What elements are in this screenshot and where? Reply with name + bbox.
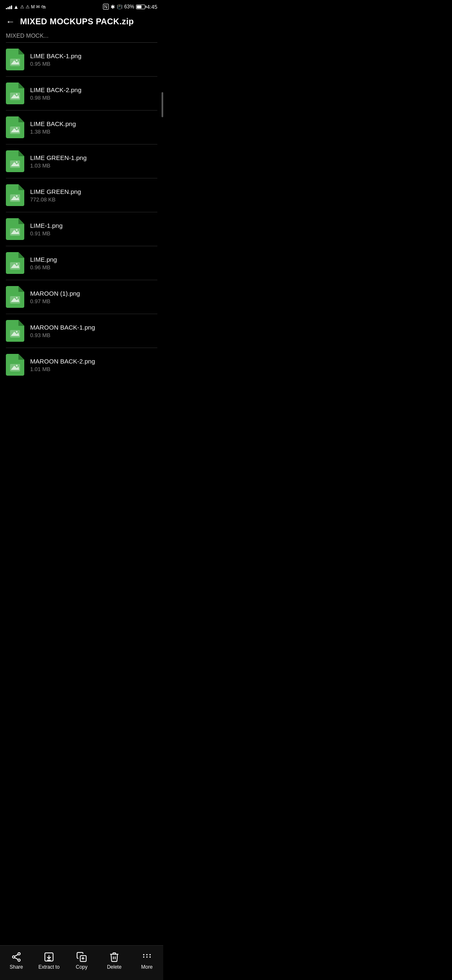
page-title: MIXED MOCKUPS PACK.zip <box>20 17 134 26</box>
file-icon <box>6 83 24 104</box>
file-name: MAROON BACK-2.png <box>30 358 157 365</box>
warning-icon2: ⚠ <box>26 4 30 10</box>
file-icon <box>6 49 24 70</box>
svg-point-14 <box>16 195 18 197</box>
main-content: MIXED MOCK... LIME BACK-1.png <box>0 32 163 415</box>
svg-point-20 <box>16 263 18 265</box>
bluetooth-icon: ✱ <box>110 4 115 10</box>
svg-point-17 <box>16 229 18 231</box>
file-info: MAROON BACK-1.png 0.93 MB <box>30 324 157 338</box>
file-name: LIME GREEN-1.png <box>30 154 157 161</box>
file-size: 772.08 KB <box>30 196 157 203</box>
warning-icon1: ⚠ <box>20 4 24 10</box>
file-icon <box>6 354 24 376</box>
list-item[interactable]: LIME GREEN-1.png 1.03 MB <box>0 144 163 178</box>
file-name: LIME BACK-2.png <box>30 86 157 93</box>
shop-icon: 🛍 <box>41 4 46 9</box>
gmail-icon: M <box>31 4 35 9</box>
file-info: LIME BACK.png 1.38 MB <box>30 120 157 135</box>
svg-point-23 <box>16 297 18 299</box>
svg-point-29 <box>16 365 18 366</box>
list-item[interactable]: MAROON (1).png 0.97 MB <box>0 280 163 314</box>
battery-percent: 63% <box>124 4 134 10</box>
file-icon <box>6 252 24 274</box>
file-name: LIME.png <box>30 256 157 263</box>
file-size: 0.97 MB <box>30 298 157 304</box>
file-size: 0.95 MB <box>30 61 157 67</box>
file-info: LIME-1.png 0.91 MB <box>30 222 157 237</box>
list-item[interactable]: LIME BACK.png 1.38 MB <box>0 111 163 144</box>
nfc-icon: N <box>103 4 109 10</box>
svg-point-26 <box>16 331 18 333</box>
file-icon <box>6 320 24 342</box>
file-info: MAROON (1).png 0.97 MB <box>30 290 157 304</box>
status-bar: ▲ ⚠ ⚠ M ✉ 🛍 N ✱ 📳 63% 4:45 <box>0 0 163 13</box>
battery-icon <box>136 5 145 9</box>
file-name: MAROON (1).png <box>30 290 157 297</box>
file-list: LIME BACK-1.png 0.95 MB LIME BACK- <box>0 43 163 382</box>
svg-point-8 <box>16 127 18 129</box>
file-size: 0.96 MB <box>30 264 157 271</box>
file-name: LIME-1.png <box>30 222 157 229</box>
file-info: MAROON BACK-2.png 1.01 MB <box>30 358 157 372</box>
email-icon: ✉ <box>36 4 40 10</box>
status-left: ▲ ⚠ ⚠ M ✉ 🛍 <box>6 4 46 10</box>
file-info: LIME.png 0.96 MB <box>30 256 157 271</box>
file-size: 1.01 MB <box>30 366 157 372</box>
list-item[interactable]: LIME BACK-2.png 0.98 MB <box>0 77 163 110</box>
signal-icon <box>6 4 12 9</box>
file-size: 0.93 MB <box>30 332 157 338</box>
file-icon <box>6 150 24 172</box>
file-icon <box>6 184 24 206</box>
svg-point-2 <box>16 59 18 61</box>
file-name: LIME GREEN.png <box>30 188 157 195</box>
status-right: N ✱ 📳 63% 4:45 <box>103 4 157 10</box>
file-info: LIME GREEN.png 772.08 KB <box>30 188 157 203</box>
wifi-icon: ▲ <box>13 4 19 10</box>
file-icon <box>6 218 24 240</box>
scroll-indicator <box>162 92 163 117</box>
vibrate-icon: 📳 <box>117 4 123 10</box>
file-size: 1.38 MB <box>30 129 157 135</box>
file-name: LIME BACK.png <box>30 120 157 127</box>
list-item[interactable]: LIME GREEN.png 772.08 KB <box>0 178 163 212</box>
file-size: 0.98 MB <box>30 95 157 101</box>
file-name: MAROON BACK-1.png <box>30 324 157 331</box>
list-item[interactable]: MAROON BACK-1.png 0.93 MB <box>0 314 163 348</box>
svg-point-5 <box>16 93 18 95</box>
time: 4:45 <box>147 4 157 10</box>
file-icon <box>6 286 24 308</box>
file-info: LIME GREEN-1.png 1.03 MB <box>30 154 157 169</box>
breadcrumb: MIXED MOCK... <box>0 32 163 42</box>
file-info: LIME BACK-2.png 0.98 MB <box>30 86 157 101</box>
svg-point-11 <box>16 161 18 163</box>
file-size: 1.03 MB <box>30 162 157 169</box>
list-item[interactable]: LIME BACK-1.png 0.95 MB <box>0 43 163 76</box>
list-item[interactable]: LIME.png 0.96 MB <box>0 246 163 280</box>
header: ← MIXED MOCKUPS PACK.zip <box>0 13 163 32</box>
back-button[interactable]: ← <box>6 17 15 26</box>
list-item[interactable]: LIME-1.png 0.91 MB <box>0 212 163 246</box>
list-item[interactable]: MAROON BACK-2.png 1.01 MB <box>0 348 163 382</box>
file-size: 0.91 MB <box>30 230 157 237</box>
file-name: LIME BACK-1.png <box>30 52 157 59</box>
file-icon <box>6 116 24 138</box>
file-info: LIME BACK-1.png 0.95 MB <box>30 52 157 67</box>
